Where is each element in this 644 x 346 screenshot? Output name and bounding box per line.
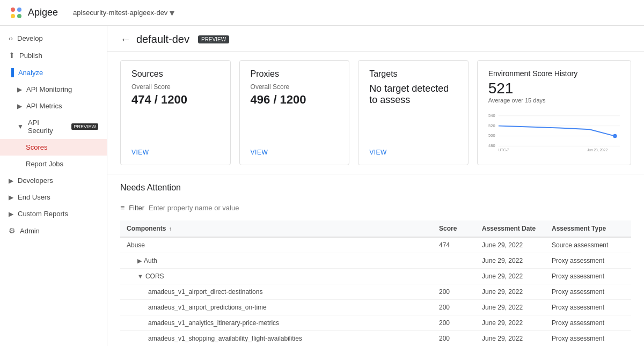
filter-bar: ≡ Filter xyxy=(120,199,631,216)
sidebar-item-publish-label: Publish xyxy=(19,51,42,60)
sources-card-title: Sources xyxy=(131,69,219,79)
cell-type: Proxy assessment xyxy=(545,331,631,347)
svg-text:540: 540 xyxy=(488,113,495,118)
table-row: Abuse474June 29, 2022Source assessment xyxy=(120,237,631,253)
sidebar-item-scores-label: Scores xyxy=(26,143,47,151)
sidebar-item-publish[interactable]: ⬆ Publish xyxy=(0,47,107,64)
table-row: ▶AuthJune 29, 2022Proxy assessment xyxy=(120,253,631,269)
custom-reports-expand-icon: ▶ xyxy=(9,210,13,218)
env-score-card: Environment Score History 521 Average ov… xyxy=(477,60,631,165)
needs-attention-section: Needs Attention ≡ Filter Components ↑ Sc… xyxy=(107,174,644,346)
page-header: ← default-dev PREVIEW xyxy=(107,26,644,51)
svg-text:520: 520 xyxy=(488,123,495,128)
score-cards-section: Sources Overall Score 474 / 1200 VIEW Pr… xyxy=(107,51,644,174)
col-header-assessment-date: Assessment Date xyxy=(475,220,545,237)
sidebar-item-end-users-label: End Users xyxy=(18,193,50,201)
cell-score: 200 xyxy=(433,331,475,347)
sidebar-item-admin-label: Admin xyxy=(20,227,40,235)
sidebar-item-developers[interactable]: ▶ Developers xyxy=(0,172,107,189)
developers-expand-icon: ▶ xyxy=(9,177,13,185)
cell-date: June 29, 2022 xyxy=(475,300,545,315)
component-label: Auth xyxy=(144,257,157,264)
cell-type: Proxy assessment xyxy=(545,300,631,315)
sidebar-item-custom-reports[interactable]: ▶ Custom Reports xyxy=(0,205,107,222)
sidebar-item-api-monitoring-label: API Monitoring xyxy=(26,85,72,93)
proxies-view-link[interactable]: VIEW xyxy=(251,140,339,156)
cell-score xyxy=(433,253,475,269)
analyze-icon: ▐ xyxy=(9,68,14,77)
svg-point-0 xyxy=(11,8,15,12)
svg-point-12 xyxy=(613,134,617,138)
sidebar-item-analyze-label: Analyze xyxy=(18,69,43,77)
cell-score: 474 xyxy=(433,237,475,253)
topbar: Apigee apisecurity-mltest-apigeex-dev ▾ xyxy=(0,0,644,26)
proxies-card-value: 496 / 1200 xyxy=(251,93,339,107)
svg-point-1 xyxy=(17,8,21,12)
component-label: amadeus_v1_shopping_availability_flight-… xyxy=(148,335,302,342)
expand-arrow-icon[interactable]: ▶ xyxy=(137,257,142,264)
sidebar-item-api-security[interactable]: ▼ API Security PREVIEW xyxy=(0,114,107,139)
page-preview-badge: PREVIEW xyxy=(198,35,229,43)
filter-input[interactable] xyxy=(149,204,631,212)
sidebar-item-scores[interactable]: Scores xyxy=(0,139,107,156)
sidebar-item-admin[interactable]: ⚙ Admin xyxy=(0,222,107,239)
cell-score: 200 xyxy=(433,300,475,315)
main-content: ← default-dev PREVIEW Sources Overall Sc… xyxy=(107,26,644,346)
sidebar-item-develop[interactable]: ‹› Develop xyxy=(0,30,107,47)
component-label: amadeus_v1_analytics_itinerary-price-met… xyxy=(148,319,279,327)
expand-arrow-icon[interactable]: ▼ xyxy=(137,273,143,279)
cell-date: June 29, 2022 xyxy=(475,253,545,269)
sidebar-item-develop-label: Develop xyxy=(17,34,43,42)
targets-view-link[interactable]: VIEW xyxy=(369,140,457,156)
api-security-expand-icon: ▼ xyxy=(17,123,24,130)
cell-type: Source assessment xyxy=(545,237,631,253)
api-metrics-expand-icon: ▶ xyxy=(17,102,22,110)
table-row: ▼CORSJune 29, 2022Proxy assessment xyxy=(120,269,631,284)
col-header-components: Components ↑ xyxy=(120,220,433,237)
cell-score xyxy=(433,269,475,284)
sidebar-item-api-monitoring[interactable]: ▶ API Monitoring xyxy=(0,81,107,98)
sources-view-link[interactable]: VIEW xyxy=(131,140,219,156)
svg-text:Jun 23, 2022: Jun 23, 2022 xyxy=(587,148,608,152)
publish-icon: ⬆ xyxy=(9,51,15,60)
svg-text:480: 480 xyxy=(488,143,495,148)
table-header-row: Components ↑ Score Assessment Date Asses… xyxy=(120,220,631,237)
cell-type: Proxy assessment xyxy=(545,315,631,331)
component-label: amadeus_v1_airport_predictions_on-time xyxy=(148,304,267,311)
develop-expand-icon: ‹› xyxy=(9,35,13,42)
sidebar: ‹› Develop ⬆ Publish ▐ Analyze ▶ API Mon… xyxy=(0,26,107,346)
sidebar-item-end-users[interactable]: ▶ End Users xyxy=(0,189,107,205)
col-header-assessment-type: Assessment Type xyxy=(545,220,631,237)
cell-date: June 29, 2022 xyxy=(475,237,545,253)
page-title: default-dev xyxy=(136,33,189,46)
targets-card-title: Targets xyxy=(369,69,457,79)
cell-score: 200 xyxy=(433,315,475,331)
filter-icon: ≡ xyxy=(120,203,125,212)
sidebar-item-api-metrics[interactable]: ▶ API Metrics xyxy=(0,98,107,114)
table-row: amadeus_v1_shopping_availability_flight-… xyxy=(120,331,631,347)
cell-component: ▶Auth xyxy=(120,253,433,269)
svg-point-3 xyxy=(17,14,21,18)
svg-point-2 xyxy=(11,14,15,18)
project-dropdown-icon: ▾ xyxy=(170,7,174,19)
end-users-expand-icon: ▶ xyxy=(9,194,13,201)
sidebar-item-report-jobs[interactable]: Report Jobs xyxy=(0,156,107,172)
sidebar-item-analyze[interactable]: ▐ Analyze xyxy=(0,64,107,81)
score-history-svg: 540 520 500 480 xyxy=(488,108,620,156)
sidebar-item-custom-reports-label: Custom Reports xyxy=(18,210,68,218)
env-score-subtitle: Average over 15 days xyxy=(488,97,620,104)
env-score-value: 521 xyxy=(488,80,620,97)
proxies-card-label: Overall Score xyxy=(251,83,339,91)
component-label: CORS xyxy=(145,273,164,280)
project-selector[interactable]: apisecurity-mltest-apigeex-dev ▾ xyxy=(73,7,174,19)
sort-icon: ↑ xyxy=(169,226,172,232)
app-logo: Apigee xyxy=(9,5,58,20)
sources-card-label: Overall Score xyxy=(131,83,219,91)
cell-type: Proxy assessment xyxy=(545,269,631,284)
back-button[interactable]: ← xyxy=(120,33,131,46)
table-row: amadeus_v1_analytics_itinerary-price-met… xyxy=(120,315,631,331)
app-title: Apigee xyxy=(28,7,58,18)
sources-card: Sources Overall Score 474 / 1200 VIEW xyxy=(120,60,231,165)
proxies-card-title: Proxies xyxy=(251,69,339,79)
component-label: Abuse xyxy=(127,241,145,249)
